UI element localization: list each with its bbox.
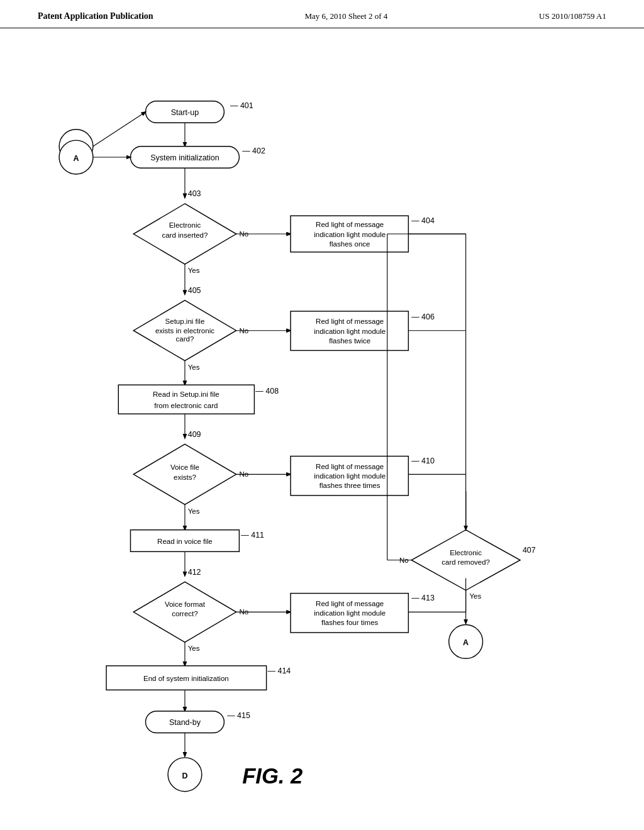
svg-text:Electronic: Electronic <box>450 549 482 556</box>
svg-text:indication light module: indication light module <box>314 609 386 617</box>
svg-text:Yes: Yes <box>188 507 200 515</box>
svg-text:Voice format: Voice format <box>165 600 206 608</box>
svg-text:exists in electronic: exists in electronic <box>155 327 214 335</box>
svg-text:Setup.ini file: Setup.ini file <box>165 318 205 325</box>
header-publication: Patent Application Publication <box>38 11 153 21</box>
svg-text:— 406: — 406 <box>411 313 435 321</box>
svg-text:Start-up: Start-up <box>171 108 199 117</box>
svg-text:— 410: — 410 <box>411 456 435 465</box>
svg-text:Voice file: Voice file <box>170 463 199 471</box>
svg-text:— 414: — 414 <box>268 667 291 675</box>
svg-text:Red light of message: Red light of message <box>316 318 384 325</box>
svg-text:indication light module: indication light module <box>314 231 386 238</box>
svg-text:card?: card? <box>176 335 194 343</box>
svg-text:card removed?: card removed? <box>441 558 490 566</box>
svg-text:A: A <box>463 638 469 647</box>
svg-text:Red light of message: Red light of message <box>316 221 384 228</box>
header-patent-num: US 2010/108759 A1 <box>539 11 606 21</box>
svg-text:System initialization: System initialization <box>150 153 219 162</box>
flowchart-diagram: B Start-up — 401 System initialization —… <box>0 35 644 802</box>
svg-text:— 402: — 402 <box>242 147 265 155</box>
svg-text:indication light module: indication light module <box>314 328 386 335</box>
svg-text:Stand-by: Stand-by <box>169 718 201 727</box>
svg-text:Yes: Yes <box>188 645 200 652</box>
svg-text:— 401: — 401 <box>230 101 253 110</box>
svg-text:Read in voice file: Read in voice file <box>157 538 213 545</box>
svg-text:Yes: Yes <box>469 592 481 600</box>
svg-text:409: 409 <box>188 430 201 439</box>
svg-text:403: 403 <box>188 189 201 198</box>
svg-text:flashes four times: flashes four times <box>321 619 378 626</box>
svg-text:Red light of message: Red light of message <box>316 463 384 470</box>
svg-text:412: 412 <box>188 568 201 577</box>
svg-text:A: A <box>74 154 79 163</box>
svg-text:from electronic card: from electronic card <box>154 402 218 409</box>
svg-text:D: D <box>182 772 187 780</box>
svg-text:Yes: Yes <box>188 267 200 274</box>
svg-text:407: 407 <box>523 546 536 555</box>
svg-text:Electronic: Electronic <box>169 221 201 229</box>
svg-text:— 415: — 415 <box>227 711 250 720</box>
svg-text:FIG. 2: FIG. 2 <box>242 764 303 788</box>
svg-rect-44 <box>118 385 254 414</box>
svg-line-5 <box>93 112 146 147</box>
svg-text:flashes three times: flashes three times <box>319 482 380 489</box>
svg-text:405: 405 <box>188 286 201 295</box>
svg-text:— 411: — 411 <box>241 531 264 540</box>
svg-text:End of system initialization: End of system initialization <box>143 675 229 682</box>
svg-text:— 404: — 404 <box>411 216 435 225</box>
svg-text:correct?: correct? <box>172 610 198 617</box>
svg-text:— 413: — 413 <box>411 594 435 602</box>
page-header: Patent Application Publication May 6, 20… <box>0 0 644 28</box>
header-date-sheet: May 6, 2010 Sheet 2 of 4 <box>304 11 387 21</box>
svg-text:indication light module: indication light module <box>314 472 386 480</box>
svg-text:flashes twice: flashes twice <box>329 337 370 345</box>
svg-text:Red light of message: Red light of message <box>316 600 384 607</box>
svg-text:Yes: Yes <box>188 363 200 371</box>
svg-text:exists?: exists? <box>174 473 196 481</box>
svg-text:flashes once: flashes once <box>330 240 370 248</box>
svg-text:card inserted?: card inserted? <box>162 231 208 239</box>
svg-text:— 408: — 408 <box>255 387 279 396</box>
svg-text:Read in Setup.ini file: Read in Setup.ini file <box>153 390 219 398</box>
